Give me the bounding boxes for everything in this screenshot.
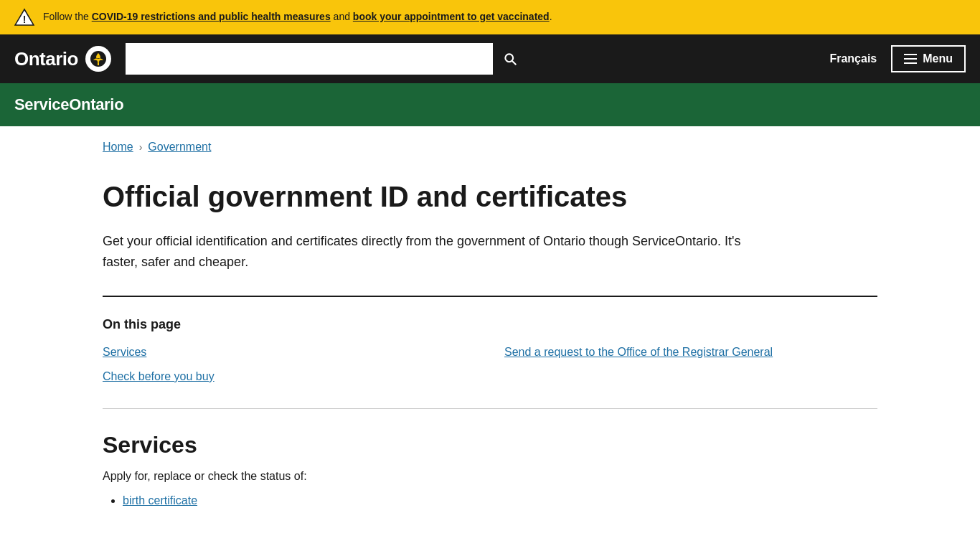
services-list: birth certificate xyxy=(103,494,877,507)
search-input[interactable] xyxy=(126,43,527,75)
svg-rect-3 xyxy=(98,62,99,65)
breadcrumb: Home › Government xyxy=(103,126,877,165)
trillium-icon xyxy=(85,46,111,72)
menu-button[interactable]: Menu xyxy=(891,45,966,72)
service-ontario-title: ServiceOntario xyxy=(14,95,123,114)
services-section-title: Services xyxy=(103,432,877,458)
vaccine-appointment-link[interactable]: book your appointment to get vaccinated xyxy=(353,11,550,22)
ontario-logo-link[interactable]: Ontario xyxy=(14,46,111,72)
on-this-page-title: On this page xyxy=(103,317,877,332)
search-button[interactable] xyxy=(493,43,527,75)
toc-registrar-link[interactable]: Send a request to the Office of the Regi… xyxy=(504,344,877,361)
svg-line-5 xyxy=(512,61,516,65)
main-content: Home › Government Official government ID… xyxy=(45,126,935,507)
page-title: Official government ID and certificates xyxy=(103,179,877,214)
services-description: Apply for, replace or check the status o… xyxy=(103,470,877,483)
breadcrumb-home[interactable]: Home xyxy=(103,141,133,154)
toc-check-link[interactable]: Check before you buy xyxy=(103,368,476,385)
list-item: birth certificate xyxy=(123,494,877,507)
alert-banner: ! Follow the COVID-19 restrictions and p… xyxy=(0,0,980,34)
toc-services-link[interactable]: Services xyxy=(103,344,476,361)
service-ontario-bar: ServiceOntario xyxy=(0,83,980,126)
header-nav: Français Menu xyxy=(829,45,966,72)
birth-certificate-link[interactable]: birth certificate xyxy=(123,494,197,507)
breadcrumb-separator: › xyxy=(139,141,143,153)
page-description: Get your official identification and cer… xyxy=(103,231,748,273)
hamburger-icon xyxy=(904,54,917,64)
alert-icon: ! xyxy=(14,7,34,27)
francais-link[interactable]: Français xyxy=(829,52,877,65)
site-header: Ontario Français Menu xyxy=(0,34,980,83)
ontario-logo-text: Ontario xyxy=(14,48,78,70)
search-container xyxy=(126,43,527,75)
on-this-page-links: Services Send a request to the Office of… xyxy=(103,344,877,385)
top-divider xyxy=(103,296,877,297)
alert-text: Follow the COVID-19 restrictions and pub… xyxy=(43,10,552,24)
svg-text:!: ! xyxy=(23,14,27,25)
svg-point-4 xyxy=(505,54,513,62)
section-divider xyxy=(103,408,877,409)
breadcrumb-current[interactable]: Government xyxy=(148,141,211,154)
covid-restrictions-link[interactable]: COVID-19 restrictions and public health … xyxy=(92,11,331,22)
